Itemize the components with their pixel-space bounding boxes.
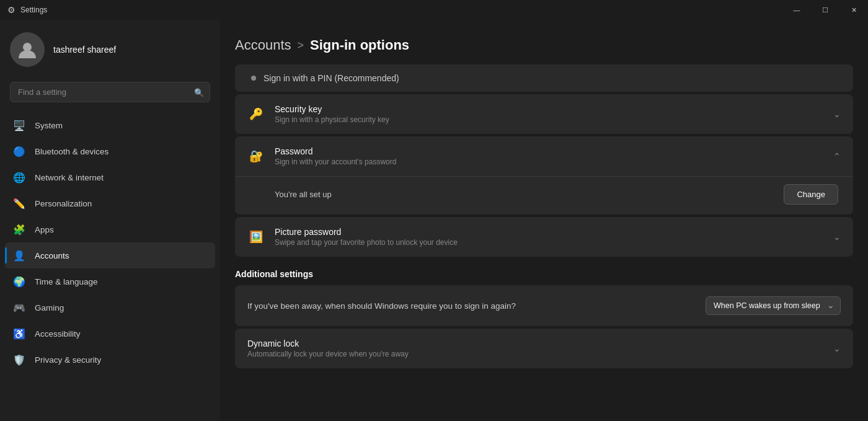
window-controls: — ☐ ✕ [782, 0, 868, 20]
privacy-icon: 🛡️ [12, 353, 26, 366]
breadcrumb-separator: > [298, 39, 304, 52]
search-icon: 🔍 [194, 87, 204, 97]
search-box[interactable]: 🔍 [10, 82, 210, 102]
away-setting-dropdown[interactable]: Every timeWhen PC wakes up from sleepNev… [706, 296, 841, 315]
network-icon: 🌐 [12, 171, 26, 184]
dynamic-lock-desc: Automatically lock your device when you'… [247, 350, 833, 358]
username-label: tashreef shareef [53, 45, 116, 55]
personalization-icon: ✏️ [12, 197, 26, 210]
sidebar-item-label: Privacy & security [35, 355, 101, 365]
maximize-button[interactable]: ☐ [811, 0, 839, 20]
gaming-icon: 🎮 [12, 301, 26, 314]
additional-settings-heading: Additional settings [235, 269, 853, 279]
sidebar-item-label: Personalization [35, 199, 92, 208]
sidebar-item-gaming[interactable]: 🎮 Gaming [5, 295, 215, 321]
picture-password-title: Picture password [275, 227, 823, 237]
settings-icon: ⚙ [7, 5, 16, 15]
breadcrumb-current: Sign-in options [310, 37, 409, 53]
accessibility-icon: ♿ [12, 327, 26, 340]
sidebar-item-label: Bluetooth & devices [35, 147, 108, 156]
close-button[interactable]: ✕ [839, 0, 868, 20]
sidebar-item-privacy[interactable]: 🛡️ Privacy & security [5, 347, 215, 373]
system-icon: 🖥️ [12, 118, 26, 132]
security-key-icon: 🔑 [247, 105, 265, 123]
sidebar-item-accounts[interactable]: 👤 Accounts [5, 242, 215, 268]
security-key-header[interactable]: 🔑 Security key Sign in with a physical s… [235, 94, 853, 134]
picture-password-desc: Swipe and tap your favorite photo to unl… [275, 238, 823, 247]
password-status: You're all set up [275, 190, 332, 199]
sidebar-item-personalization[interactable]: ✏️ Personalization [5, 190, 215, 216]
dynamic-lock-header[interactable]: Dynamic lock Automatically lock your dev… [235, 329, 853, 368]
dynamic-lock-chevron: ⌄ [833, 343, 841, 353]
sidebar-item-label: Time & language [35, 277, 98, 286]
breadcrumb: Accounts > Sign-in options [235, 20, 853, 64]
avatar [10, 32, 45, 67]
titlebar: ⚙ Settings — ☐ ✕ [0, 0, 868, 20]
picture-password-chevron: ⌄ [833, 232, 841, 242]
sidebar-item-label: System [35, 121, 63, 130]
navigation-list: 🖥️ System 🔵 Bluetooth & devices 🌐 Networ… [0, 110, 220, 421]
sidebar-item-label: Gaming [35, 303, 64, 312]
password-chevron: ⌃ [833, 151, 841, 161]
security-key-title: Security key [275, 104, 823, 114]
sidebar-item-apps[interactable]: 🧩 Apps [5, 216, 215, 242]
dynamic-lock-title: Dynamic lock [247, 339, 833, 348]
security-key-desc: Sign in with a physical security key [275, 115, 823, 124]
password-desc: Sign in with your account's password [275, 157, 823, 166]
password-body: You're all set up Change [235, 176, 853, 215]
sidebar-item-network[interactable]: 🌐 Network & internet [5, 164, 215, 190]
main-content: Accounts > Sign-in options Sign in with … [220, 20, 868, 421]
sidebar-item-system[interactable]: 🖥️ System [5, 112, 215, 138]
sidebar-item-time[interactable]: 🌍 Time & language [5, 268, 215, 295]
password-section: 🔐 Password Sign in with your account's p… [235, 136, 853, 215]
password-title: Password [275, 146, 823, 156]
dynamic-lock-section: Dynamic lock Automatically lock your dev… [235, 329, 853, 368]
apps-icon: 🧩 [12, 223, 26, 236]
picture-password-icon: 🖼️ [247, 228, 265, 246]
breadcrumb-parent[interactable]: Accounts [235, 37, 291, 53]
away-setting-label: If you've been away, when should Windows… [247, 301, 693, 311]
titlebar-title: Settings [20, 6, 47, 14]
sidebar-item-label: Network & internet [35, 173, 104, 182]
password-header[interactable]: 🔐 Password Sign in with your account's p… [235, 136, 853, 176]
password-icon: 🔐 [247, 148, 265, 165]
bluetooth-icon: 🔵 [12, 144, 26, 158]
pin-label: Sign in with a PIN (Recommended) [264, 73, 399, 83]
security-key-section: 🔑 Security key Sign in with a physical s… [235, 94, 853, 134]
pin-dot-icon [251, 76, 256, 81]
minimize-button[interactable]: — [782, 0, 811, 20]
svg-point-0 [23, 43, 32, 51]
search-input[interactable] [10, 82, 210, 102]
sidebar-item-bluetooth[interactable]: 🔵 Bluetooth & devices [5, 138, 215, 164]
time-icon: 🌍 [12, 275, 26, 288]
sidebar-item-label: Accounts [35, 251, 69, 260]
picture-password-section: 🖼️ Picture password Swipe and tap your f… [235, 217, 853, 257]
security-key-chevron: ⌄ [833, 109, 841, 119]
sidebar: tashreef shareef 🔍 🖥️ System 🔵 Bluetooth… [0, 20, 220, 421]
sidebar-item-label: Accessibility [35, 329, 81, 339]
sidebar-item-label: Apps [35, 225, 54, 234]
change-password-button[interactable]: Change [784, 184, 838, 205]
sidebar-item-accessibility[interactable]: ♿ Accessibility [5, 321, 215, 347]
pin-section[interactable]: Sign in with a PIN (Recommended) [235, 64, 853, 92]
accounts-icon: 👤 [12, 249, 26, 262]
picture-password-header[interactable]: 🖼️ Picture password Swipe and tap your f… [235, 217, 853, 257]
away-setting-dropdown-wrap: Every timeWhen PC wakes up from sleepNev… [706, 296, 841, 315]
profile-section: tashreef shareef [0, 20, 220, 77]
away-setting-row: If you've been away, when should Windows… [235, 285, 853, 326]
